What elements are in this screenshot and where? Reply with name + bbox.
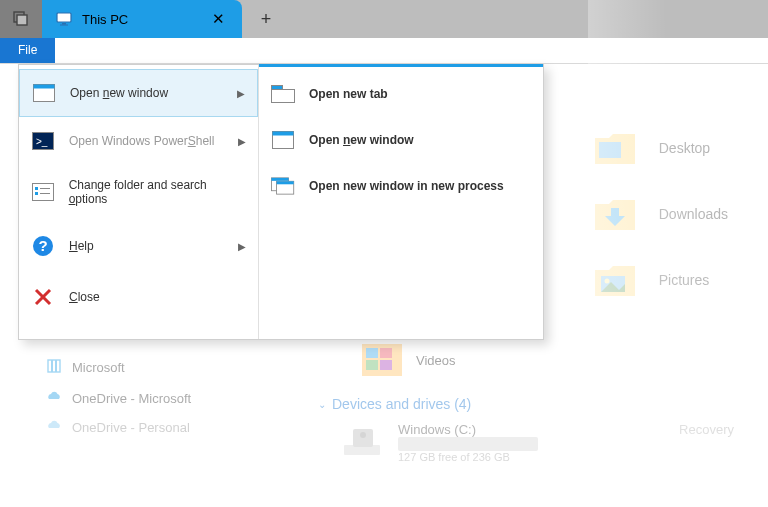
submenu-item-label: Open new window	[309, 133, 414, 147]
menu-item-label: Open new window	[70, 86, 168, 100]
svg-rect-3	[62, 23, 66, 25]
nav-label: OneDrive - Personal	[72, 420, 190, 435]
svg-rect-18	[272, 90, 295, 103]
drive-sub: 127 GB free of 236 GB	[398, 451, 538, 463]
menu-item-label: Help	[69, 239, 94, 253]
svg-rect-29	[48, 360, 60, 372]
svg-rect-11	[35, 192, 38, 195]
file-menu-item-1[interactable]: >_Open Windows PowerShell▶	[19, 117, 258, 165]
svg-rect-33	[366, 348, 378, 358]
svg-text:?: ?	[38, 237, 47, 254]
svg-rect-23	[271, 178, 288, 181]
file-tab[interactable]: File	[0, 38, 55, 63]
svg-rect-34	[380, 348, 392, 358]
svg-rect-37	[344, 445, 380, 455]
folder-label: Desktop	[659, 140, 710, 156]
tab-title: This PC	[82, 12, 202, 27]
svg-rect-25	[277, 181, 294, 184]
folder-label: Downloads	[659, 206, 728, 222]
devices-label: Devices and drives (4)	[332, 396, 471, 412]
nav-item-0[interactable]: Microsoft	[46, 358, 191, 377]
folder-label: Pictures	[659, 272, 710, 288]
svg-rect-2	[57, 13, 71, 22]
svg-rect-36	[380, 360, 392, 370]
videos-item[interactable]: Videos	[360, 340, 456, 380]
svg-rect-38	[353, 429, 373, 447]
task-view-icon[interactable]	[0, 0, 42, 38]
submenu-arrow-icon: ▶	[238, 241, 246, 252]
menu-item-label: Open Windows PowerShell	[69, 134, 214, 148]
this-pc-icon	[56, 11, 72, 27]
devices-header[interactable]: ⌄ Devices and drives (4)	[318, 396, 471, 412]
tab-this-pc[interactable]: This PC ✕	[42, 0, 242, 38]
submenu-arrow-icon: ▶	[237, 88, 245, 99]
nav-icon	[46, 391, 62, 406]
submenu-item-label: Open new window in new process	[309, 179, 504, 193]
menu-item-label: Change folder and search options	[69, 178, 246, 206]
folder-desktop[interactable]: Desktop	[593, 128, 728, 168]
submenu-item-2[interactable]: Open new window in new process	[259, 163, 543, 209]
ps-icon: >_	[31, 131, 55, 151]
help-icon: ?	[31, 236, 55, 256]
nav-icon	[46, 358, 62, 377]
svg-rect-27	[601, 276, 625, 292]
drive-name: Windows (C:)	[398, 422, 538, 437]
file-menu-submenu: Open new tabOpen new windowOpen new wind…	[259, 64, 543, 339]
svg-point-39	[360, 432, 366, 438]
folder-pictures[interactable]: Pictures	[593, 260, 728, 300]
videos-label: Videos	[416, 353, 456, 368]
svg-rect-1	[17, 15, 27, 25]
nav-label: OneDrive - Microsoft	[72, 391, 191, 406]
nav-item-1[interactable]: OneDrive - Microsoft	[46, 391, 191, 406]
ribbon-strip: File	[0, 38, 768, 64]
menu-item-label: Close	[69, 290, 100, 304]
svg-rect-31	[55, 360, 57, 372]
submenu-item-label: Open new tab	[309, 87, 388, 101]
svg-rect-21	[273, 132, 294, 136]
options-icon	[31, 182, 55, 202]
submenu-item-0[interactable]: Open new tab	[259, 71, 543, 117]
svg-rect-19	[272, 86, 283, 90]
file-menu-left-col: Open new window▶>_Open Windows PowerShel…	[19, 65, 259, 339]
recovery-drive[interactable]: Recovery	[679, 422, 734, 437]
file-menu-item-4[interactable]: Close	[19, 273, 258, 321]
file-menu-item-3[interactable]: ?Help▶	[19, 219, 258, 273]
title-bar: This PC ✕ +	[0, 0, 768, 38]
file-menu: Open new window▶>_Open Windows PowerShel…	[18, 64, 544, 340]
window-icon	[32, 83, 56, 103]
nav-label: Microsoft	[72, 360, 125, 375]
window-icon	[271, 130, 295, 150]
svg-rect-35	[366, 360, 378, 370]
drive-usage-bar	[398, 437, 538, 451]
new-tab-button[interactable]: +	[242, 0, 290, 38]
svg-rect-30	[51, 360, 53, 372]
tab-icon	[271, 84, 295, 104]
folder-downloads[interactable]: Downloads	[593, 194, 728, 234]
nav-item-2[interactable]: OneDrive - Personal	[46, 420, 191, 435]
windows-icon	[271, 176, 295, 196]
close-icon	[31, 287, 55, 307]
tab-close-button[interactable]: ✕	[202, 0, 234, 38]
svg-rect-6	[34, 85, 55, 89]
svg-point-28	[604, 279, 609, 284]
file-menu-item-2[interactable]: Change folder and search options	[19, 165, 258, 219]
submenu-arrow-icon: ▶	[238, 136, 246, 147]
svg-rect-26	[599, 142, 621, 158]
svg-rect-4	[60, 25, 68, 26]
submenu-item-1[interactable]: Open new window	[259, 117, 543, 163]
nav-icon	[46, 420, 62, 435]
svg-rect-32	[362, 344, 402, 376]
svg-rect-10	[35, 187, 38, 190]
file-menu-item-0[interactable]: Open new window▶	[19, 69, 258, 117]
svg-text:>_: >_	[36, 136, 48, 147]
drive-c[interactable]: Windows (C:) 127 GB free of 236 GB	[340, 422, 538, 463]
